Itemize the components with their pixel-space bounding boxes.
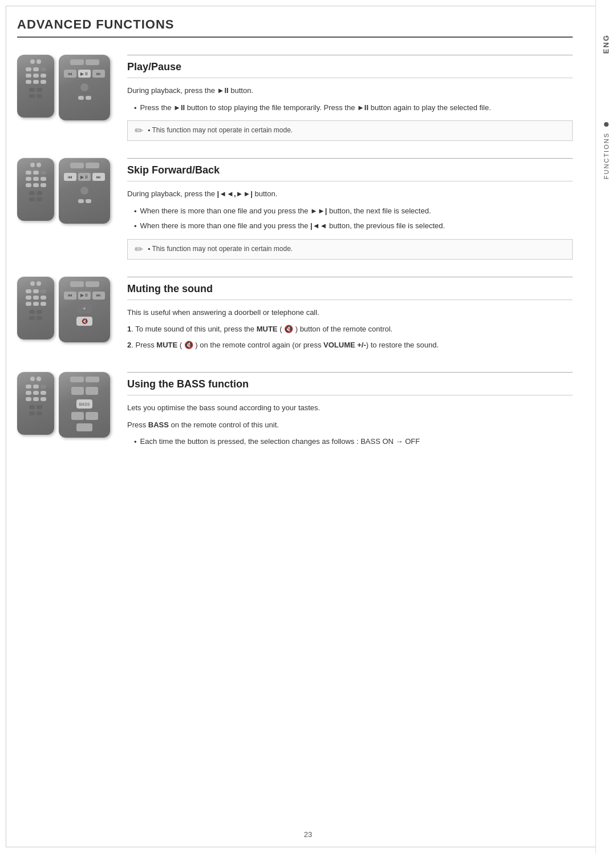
rb-1 [26,67,31,71]
rb-fwd: ⏭ [92,70,105,78]
rb-bottom-bs [76,423,92,431]
rb-vol-label-m [70,281,84,287]
rb-bass-btn: BASS [76,399,92,409]
section-skip: ⏮ ▶⏸ ⏭ Skip Forward/Back During playback… [17,158,573,260]
bullets-bass: • Each time the button is pressed, the s… [134,436,573,448]
rb-play-pause: ▶⏸ [78,70,91,78]
rb-b4 [26,391,31,395]
section-content-skip: Skip Forward/Back During playback, press… [127,158,573,260]
rb-mute-btn: 🔇 [76,317,92,326]
rb-12 [29,94,35,98]
rb-vol-label-sk [70,163,84,168]
bullets-skip: • When there is more than one file and y… [134,205,573,232]
rb-b3 [40,385,46,389]
rb-m6 [40,296,46,300]
rb-mute-label-sk [86,163,99,168]
right-sidebar: ENG FUNCTIONS [595,0,616,853]
rb-m4 [26,296,31,300]
remote-small-skip [17,158,54,221]
section-content-mute: Muting the sound This is useful when ans… [127,277,573,355]
rb-b7 [26,397,31,401]
rb-func-s [37,163,41,167]
note-skip: ✏ This function may not operate in certa… [127,239,573,260]
functions-label: FUNCTIONS [603,132,610,179]
rb-right [86,96,91,100]
intro-skip: During playback, press the |◄◄,►►| butto… [127,188,573,200]
rb-m5 [33,296,39,300]
section-play-pause: ⏮ ▶⏸ ⏭ Play/Pause During playback, press… [17,55,573,141]
rb-play-sk: ▶⏸ [78,173,91,181]
rb-func-m [37,281,41,286]
rb-play-m: ▶⏸ [78,292,91,300]
bullet-bass-1: • Each time the button is pressed, the s… [134,436,573,448]
heading-mute: Muting the sound [127,283,573,300]
rb-b9 [40,397,46,401]
remote-large-skip: ⏮ ▶⏸ ⏭ [59,158,110,224]
bullet-text-skip-2: When there is more than one file and you… [140,220,445,232]
heading-play-pause: Play/Pause [127,61,573,78]
rb-right-sk [86,199,91,203]
rb-b1 [26,385,31,389]
rb-m13 [37,316,42,320]
bullet-dot-bs1: • [134,436,137,448]
rb-left-sk [78,199,84,203]
remote-large-mute: ⏮ ▶⏸ ⏭ + 🔇 [59,277,110,342]
rb-s11 [37,191,42,195]
rb-m12 [29,316,35,320]
rb-fwd-sk: ⏭ [92,173,105,181]
rb-5 [33,74,39,78]
note-text-skip: This function may not operate in certain… [148,244,293,254]
rb-s10 [29,191,35,195]
section-mute: ⏮ ▶⏸ ⏭ + 🔇 Muting the sound This is usef… [17,277,573,355]
rb-m9 [40,302,46,306]
rb-vol-label-bs [70,377,84,382]
bullet-text-play-1: Press the ►II button to stop playing the… [140,102,491,114]
remote-images-mute: ⏮ ▶⏸ ⏭ + 🔇 [17,277,110,355]
rb-b8 [33,397,39,401]
note-text-play: This function may not operate in certain… [148,126,293,135]
page-header: ADVANCED FUNCTIONS [17,17,573,38]
rb-power-s [30,163,35,167]
remote-small-mute [17,277,54,339]
section-content-play: Play/Pause During playback, press the ►I… [127,55,573,141]
note-icon-play: ✏ [135,126,143,136]
rb-b5 [33,391,39,395]
rb-s1 [26,171,31,175]
remote-large-play: ⏮ ▶⏸ ⏭ [59,55,110,120]
rb-b12 [29,411,35,415]
main-content: ADVANCED FUNCTIONS [0,0,595,494]
bullet-dot-sk2: • [134,221,137,232]
rb-10 [29,88,35,92]
remote-images-play: ⏮ ▶⏸ ⏭ [17,55,110,141]
rb-2 [33,67,39,71]
rb-rew-m: ⏮ [64,292,76,300]
rb-m3 [40,289,46,293]
rb-mute-label-m [86,281,99,287]
functions-dot [604,122,609,127]
rb-left [78,96,84,100]
rb-vol-label [70,59,84,65]
rb-s12 [29,197,35,201]
rb-s8 [33,183,39,187]
section-bass: BASS Using the BASS function Lets you op… [17,372,573,454]
remote-small-bass [17,372,54,435]
rb-8 [33,80,39,84]
rb-b11 [37,405,42,409]
bullets-play: • Press the ►II button to stop playing t… [134,102,573,114]
page-title: ADVANCED FUNCTIONS [17,17,573,32]
rb-music-btn [86,412,98,420]
rb-m7 [26,302,31,306]
rb-4 [26,74,31,78]
rb-fwd-m: ⏭ [92,292,105,300]
remote-small-play [17,55,54,118]
rb-s5 [33,177,39,181]
rb-s3 [40,171,46,175]
rb-s2 [33,171,39,175]
rb-center-sk [80,187,88,195]
rb-s13 [37,197,42,201]
rb-s6 [40,177,46,181]
rb-func [37,59,41,64]
bullet-skip-2: • When there is more than one file and y… [134,220,573,232]
page-number: 23 [304,830,312,839]
rb-m10 [29,310,35,314]
